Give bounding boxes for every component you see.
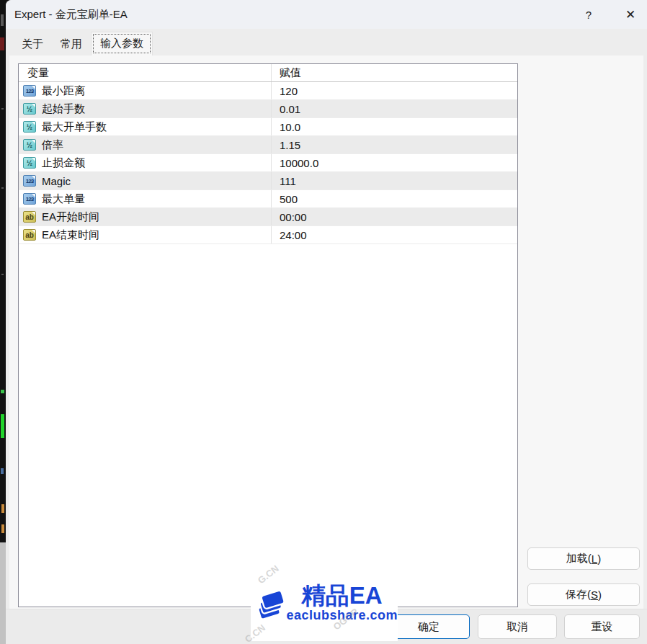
table-row[interactable]: abEA开始时间 00:00	[19, 208, 517, 226]
column-header-value: 赋值	[271, 64, 517, 81]
param-name: 最小距离	[42, 84, 85, 98]
table-header: 变量 赋值	[19, 64, 517, 82]
double-type-icon: ½	[23, 139, 36, 151]
background-fragment	[1, 274, 4, 275]
reset-button[interactable]: 重设	[564, 614, 640, 639]
background-fragment	[1, 390, 4, 393]
save-button-label: 保存(	[566, 588, 591, 601]
double-type-icon: ½	[23, 103, 36, 115]
param-name: EA结束时间	[42, 228, 99, 242]
integer-type-icon: 123	[23, 175, 36, 187]
column-header-variable: 变量	[19, 64, 271, 81]
param-value[interactable]: 500	[271, 190, 517, 207]
param-value[interactable]: 111	[271, 172, 517, 189]
integer-type-icon: 123	[23, 193, 36, 205]
table-row[interactable]: 123最大单量 500	[19, 190, 517, 208]
param-name: 起始手数	[42, 102, 85, 116]
param-value[interactable]: 120	[271, 82, 517, 99]
param-name: Magic	[42, 175, 71, 187]
tab-inputs[interactable]: 输入参数	[91, 32, 153, 55]
double-type-icon: ½	[23, 121, 36, 133]
title-bar: Expert - 金元宝刷单-EA ? ✕	[6, 0, 647, 29]
param-name: 倍率	[42, 138, 63, 152]
param-name: 最大开单手数	[42, 120, 107, 134]
background-app-sliver	[0, 0, 6, 644]
load-button[interactable]: 加载(L)	[527, 547, 640, 570]
string-type-icon: ab	[23, 229, 36, 241]
background-fragment	[1, 14, 4, 26]
watermark-brand: 精品EA	[302, 583, 383, 609]
parameters-table: 变量 赋值 123最小距离 120 ½起始手数 0.01 ½最大开单手数 10.…	[18, 63, 518, 607]
double-type-icon: ½	[23, 157, 36, 169]
background-fragment	[1, 524, 4, 533]
table-row[interactable]: 123最小距离 120	[19, 82, 517, 100]
save-button[interactable]: 保存(S)	[527, 583, 640, 606]
param-name: EA开始时间	[42, 210, 99, 224]
load-access-key: L	[592, 553, 597, 565]
help-button[interactable]: ?	[578, 4, 599, 25]
window-title: Expert - 金元宝刷单-EA	[14, 8, 128, 22]
ok-button[interactable]: 确定	[388, 614, 470, 639]
background-fragment	[1, 108, 4, 109]
background-fragment	[1, 504, 4, 513]
param-name: 止损金额	[42, 156, 85, 170]
background-fragment	[0, 37, 4, 50]
param-name: 最大单量	[42, 192, 85, 206]
table-row[interactable]: ½起始手数 0.01	[19, 100, 517, 118]
table-row[interactable]: ½倍率 1.15	[19, 136, 517, 154]
table-row[interactable]: ½最大开单手数 10.0	[19, 118, 517, 136]
param-value[interactable]: 10000.0	[271, 154, 517, 171]
param-value[interactable]: 0.01	[271, 100, 517, 117]
save-access-key: S	[591, 589, 598, 601]
cancel-button[interactable]: 取消	[478, 614, 557, 639]
background-fragment	[1, 468, 4, 474]
expert-properties-dialog: Expert - 金元宝刷单-EA ? ✕ 关于 常用 输入参数 变量 赋值 1…	[6, 0, 647, 644]
tab-about[interactable]: 关于	[13, 34, 52, 55]
param-value[interactable]: 00:00	[271, 208, 517, 225]
background-scrollbar	[0, 542, 6, 644]
tab-common[interactable]: 常用	[52, 34, 91, 55]
param-value[interactable]: 24:00	[271, 226, 517, 243]
string-type-icon: ab	[23, 211, 36, 223]
close-button[interactable]: ✕	[620, 4, 641, 25]
param-value[interactable]: 1.15	[271, 136, 517, 153]
integer-type-icon: 123	[23, 85, 36, 97]
table-row[interactable]: abEA结束时间 24:00	[19, 226, 517, 244]
background-fragment	[1, 187, 4, 189]
table-row[interactable]: 123Magic 111	[19, 172, 517, 190]
background-fragment	[1, 414, 4, 438]
param-value[interactable]: 10.0	[271, 118, 517, 135]
table-row[interactable]: ½止损金额 10000.0	[19, 154, 517, 172]
tab-bar: 关于 常用 输入参数	[13, 35, 153, 55]
load-button-label: 加载(	[566, 552, 592, 565]
